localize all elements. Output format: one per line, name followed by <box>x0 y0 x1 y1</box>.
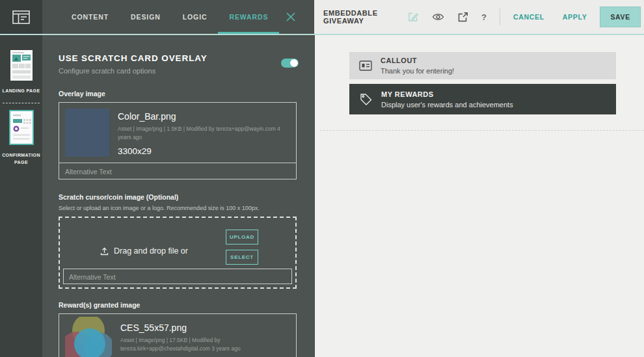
page-preview-canvas: CALLOUT Thank you for entering! MY REWAR… <box>314 35 644 357</box>
open-external-icon[interactable] <box>457 12 468 23</box>
scratch-cursor-alt-text-input[interactable] <box>69 272 286 282</box>
reward-image-label: Reward(s) granted image <box>59 301 297 309</box>
rail-item-landing-page[interactable]: LANDING PAGE <box>0 50 42 94</box>
callout-icon <box>359 60 372 71</box>
confirmation-page-thumbnail-icon <box>9 110 34 145</box>
campaign-title: EMBEDDABLE GIVEAWAY <box>323 9 407 25</box>
editor-tab-bar: CONTENT DESIGN LOGIC REWARDS <box>42 0 314 34</box>
header-divider <box>500 8 500 25</box>
scratch-cursor-label: Scratch cursor/coin image (Optional) <box>59 193 297 201</box>
asset-info: Color_Bar.png Asset | Image/png | 1.5KB … <box>118 109 290 157</box>
tab-logic[interactable]: LOGIC <box>172 0 219 34</box>
rail-item-label: LANDING PAGE <box>0 87 42 94</box>
widget-subtitle: Thank you for entering! <box>381 67 454 75</box>
dropzone-buttons: UPLOAD SELECT <box>226 230 258 265</box>
campaign-header: EMBEDDABLE GIVEAWAY <box>314 0 644 34</box>
overlay-alt-text-row <box>59 163 296 179</box>
tag-icon <box>359 92 373 106</box>
venn-circle-blue <box>74 328 105 357</box>
tab-content[interactable]: CONTENT <box>60 0 120 34</box>
rewards-settings-panel: USE SCRATCH CARD OVERLAY Configure scrat… <box>42 35 314 357</box>
widget-title: MY REWARDS <box>381 90 513 98</box>
landing-page-thumbnail-icon <box>10 50 33 81</box>
reward-image-asset-card[interactable]: CES_55x57.png Asset | Image/png | 17.5KB… <box>59 313 297 357</box>
tab-design[interactable]: DESIGN <box>120 0 172 34</box>
edit-icon[interactable] <box>407 11 419 23</box>
tabs: CONTENT DESIGN LOGIC REWARDS <box>60 0 279 34</box>
asset-body: Color_Bar.png Asset | Image/png | 1.5KB … <box>59 103 296 163</box>
app-logo[interactable] <box>0 0 42 34</box>
rail-separator <box>3 103 40 103</box>
help-icon[interactable]: ? <box>481 12 487 22</box>
overlay-image-label: Overlay image <box>59 90 297 98</box>
save-button[interactable]: SAVE <box>600 7 641 27</box>
toggle-knob <box>290 59 298 67</box>
widget-text: MY REWARDS Display user's rewards and ac… <box>381 90 513 109</box>
overlay-alt-text-input[interactable] <box>65 166 290 177</box>
top-bar: CONTENT DESIGN LOGIC REWARDS EMBEDDABLE … <box>0 0 644 34</box>
asset-dimensions: 3300x29 <box>118 146 290 156</box>
panel-title: USE SCRATCH CARD OVERLAY <box>59 53 297 63</box>
asset-filename: CES_55x57.png <box>120 323 290 333</box>
asset-body: CES_55x57.png Asset | Image/png | 17.5KB… <box>59 314 296 357</box>
cancel-button[interactable]: CANCEL <box>504 7 554 27</box>
upload-button[interactable]: UPLOAD <box>226 230 258 245</box>
rail-item-confirmation-page[interactable]: CONFIRMATION PAGE <box>0 110 42 166</box>
asset-filename: Color_Bar.png <box>118 111 290 122</box>
panel-subtitle: Configure scratch card options <box>59 67 297 75</box>
upload-icon <box>100 247 109 256</box>
overlay-image-asset-card[interactable]: Color_Bar.png Asset | Image/png | 1.5KB … <box>59 102 297 179</box>
scratch-cursor-description: Select or upload an icon image or a logo… <box>59 205 297 211</box>
widget-title: CALLOUT <box>381 57 454 64</box>
widget-subtitle: Display user's rewards and achievements <box>381 101 513 109</box>
pages-rail: LANDING PAGE CONFIRMATION PAGE <box>0 35 42 357</box>
rail-item-label: CONFIRMATION PAGE <box>0 152 42 166</box>
scratch-card-toggle[interactable] <box>281 59 299 68</box>
dropzone-label: Drag and drop file or <box>114 246 188 256</box>
scratch-cursor-dropzone[interactable]: Drag and drop file or UPLOAD SELECT <box>59 217 297 289</box>
canvas-section-divider <box>320 130 644 131</box>
header-accent-line <box>0 34 644 35</box>
apply-button[interactable]: APPLY <box>554 7 597 27</box>
scratch-cursor-alt-text-row <box>63 269 292 284</box>
dropzone-text: Drag and drop file or <box>100 246 188 256</box>
asset-meta: Asset | Image/png | 17.5KB | Modified by… <box>120 336 290 353</box>
tab-rewards[interactable]: REWARDS <box>218 0 279 34</box>
widget-text: CALLOUT Thank you for entering! <box>381 57 454 75</box>
callout-widget[interactable]: CALLOUT Thank you for entering! <box>349 52 616 79</box>
header-icon-group: ? <box>407 11 487 23</box>
my-rewards-widget[interactable]: MY REWARDS Display user's rewards and ac… <box>349 84 616 114</box>
overlay-image-thumbnail <box>65 109 109 157</box>
asset-info: CES_55x57.png Asset | Image/png | 17.5KB… <box>120 317 290 357</box>
reward-image-thumbnail <box>65 317 112 357</box>
asset-meta: Asset | Image/png | 1.5KB | Modified by … <box>118 125 290 142</box>
layout-builder-icon <box>12 10 30 24</box>
select-button[interactable]: SELECT <box>226 250 258 265</box>
close-icon[interactable] <box>286 12 295 21</box>
preview-eye-icon[interactable] <box>432 12 444 21</box>
